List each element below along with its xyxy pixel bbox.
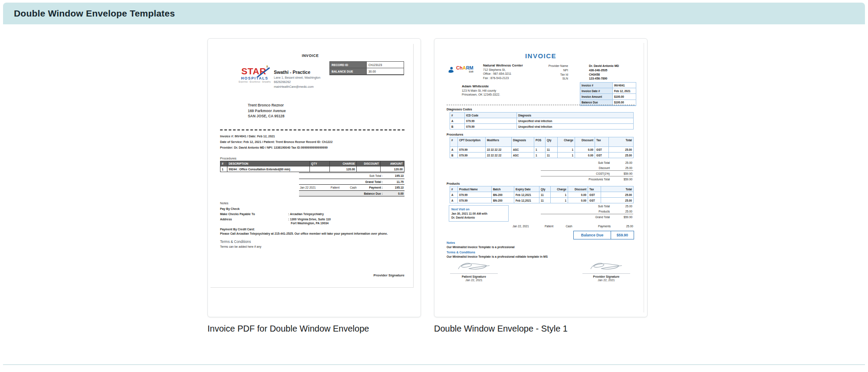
col-header: CPT Description bbox=[458, 137, 486, 147]
invoice-title: INVOICE bbox=[434, 52, 647, 60]
total-row: Discount25.00 bbox=[541, 165, 633, 170]
logo-tagline: Expertise - Excellence - Empathy bbox=[235, 81, 275, 83]
summary-label: Invoice Date # bbox=[580, 88, 612, 94]
provider-signature-block: Provider Signature Jan 22, 2021 bbox=[582, 261, 630, 282]
template-card-style1[interactable]: INVOICE ChARM EHR Natural Wellness Cente… bbox=[434, 38, 648, 317]
table-row: 1 99244 : Office Consultation Extended(6… bbox=[220, 166, 404, 172]
provider-info-row: Provider Name Dr. David Antonio MD bbox=[533, 64, 635, 68]
panel-bottom-border bbox=[3, 364, 865, 365]
info-label: NPI bbox=[533, 68, 568, 73]
col-header: Diagnosis bbox=[517, 113, 634, 118]
total-label: CGST(1%) bbox=[542, 172, 610, 175]
balance-due-label: BALANCE DUE bbox=[330, 68, 366, 75]
practice-name: Swathi - Practice bbox=[274, 70, 320, 75]
signature-scribble-icon bbox=[456, 261, 492, 272]
cell: B bbox=[450, 153, 458, 158]
address-row: Address : 1300 Virginia Drive, Suite 110… bbox=[220, 217, 404, 226]
table-header-row: # DESCRIPTION QTY CHARGE DISCOUNT AMOUNT bbox=[220, 161, 404, 166]
cell: B bbox=[450, 124, 465, 130]
cell: 079.99 bbox=[458, 192, 492, 198]
products-totals: Sub Total25.00 Products25.00 Grand Total… bbox=[541, 203, 633, 219]
cell: GST bbox=[588, 192, 601, 198]
total-row: Sub Total25.00 bbox=[541, 203, 633, 209]
cell: GST bbox=[588, 198, 601, 203]
summary-value: INV4041 bbox=[612, 83, 636, 88]
total-value: 25.00 bbox=[610, 205, 632, 208]
table-row: B 079.99 22 22 22 22 ASC 1 11 1 0.00 GST… bbox=[450, 153, 634, 158]
notes-heading: Notes bbox=[220, 201, 404, 206]
template-caption-left: Invoice PDF for Double Window Envelope bbox=[207, 324, 369, 334]
col-header: # bbox=[450, 137, 458, 147]
cell: 1 bbox=[558, 153, 575, 158]
total-value: $59.90 bbox=[610, 172, 632, 175]
balance-due-value: $59.90 bbox=[611, 231, 634, 239]
products-label: Products bbox=[447, 182, 460, 185]
signature-date: Jan 22, 2021 bbox=[582, 279, 630, 282]
terms-heading: Terms & Conditions bbox=[220, 240, 404, 244]
totals-block: Sub Total : 195.13 Grand Total : 11.75 J… bbox=[299, 173, 404, 196]
invoice-summary-table: Invoice # INV4041 Invoice Date # Feb 12,… bbox=[580, 82, 636, 106]
notes-block: Notes Pay By Check Make Checks Payable T… bbox=[220, 201, 404, 249]
page-title: Double Window Envelope Templates bbox=[14, 3, 865, 24]
clinic-fax: Fax : 876-543-2123 bbox=[483, 76, 523, 80]
payment-value: 195.13 bbox=[383, 186, 404, 189]
invoice-meta: Invoice #: INV4041 / Date: Feb 12, 2021 … bbox=[220, 134, 332, 150]
col-header: # bbox=[450, 113, 465, 118]
next-visit-heading: Next Visit on bbox=[451, 207, 506, 211]
table-row: B 079.99 Unspecified viral infection bbox=[450, 124, 634, 130]
cell: ASC bbox=[512, 147, 534, 153]
col-header: ICD Code bbox=[465, 113, 517, 118]
diagnoses-label: Diagnoses Codes bbox=[447, 108, 472, 111]
meta-line: Provider: Dr. David Antonio MD / NPI: 13… bbox=[220, 145, 332, 151]
total-value: 25.00 bbox=[610, 161, 632, 164]
provider-info-row: SLN 123-456-7890 bbox=[533, 76, 635, 81]
cell bbox=[310, 166, 330, 172]
payment-date: Jan 22, 2021 bbox=[513, 225, 538, 228]
col-header: Total bbox=[601, 186, 634, 192]
payment-by: Patient bbox=[325, 186, 345, 189]
cell: 11 bbox=[546, 153, 558, 158]
charm-person-icon bbox=[447, 66, 455, 74]
table-row: A 079.99 BN-200 Feb 12,2021 11 1 0.00 GS… bbox=[450, 192, 634, 198]
cell: 079.99 bbox=[458, 198, 492, 203]
cell: GST bbox=[595, 153, 609, 158]
procedures-table: # CPT Description Modifiers Diagnosis PO… bbox=[450, 137, 634, 158]
total-value: $59.90 bbox=[610, 178, 632, 181]
payable-label: Make Checks Payable To bbox=[220, 212, 288, 216]
grandtotal-row: Grand Total : 11.75 bbox=[299, 179, 404, 185]
payment-row: Jan 22 2021 Patient Cash Payment : 195.1… bbox=[299, 184, 404, 190]
cell: 0.00 bbox=[568, 198, 588, 203]
info-label: Provider Name bbox=[533, 64, 568, 68]
practice-address: Lane 1, Besant street, Washington bbox=[274, 76, 320, 80]
dashed-divider bbox=[220, 130, 404, 130]
info-label: SLN bbox=[533, 76, 568, 81]
total-row: Grand Total$59.90 bbox=[541, 214, 633, 219]
cell: A bbox=[450, 192, 458, 198]
total-value: 25.00 bbox=[610, 210, 632, 213]
clinic-block: Natural Wellness Center 712 Stephens St,… bbox=[483, 63, 523, 80]
col-header: Charge bbox=[551, 186, 568, 192]
summary-label: Invoice Amount bbox=[580, 94, 612, 100]
cell: 11 bbox=[539, 192, 551, 198]
cell: 079.99 bbox=[465, 118, 517, 124]
address-label: Address bbox=[220, 217, 288, 226]
patient-address2: Princetown, OK 12345-3322. bbox=[462, 93, 500, 97]
signature-line bbox=[450, 273, 498, 274]
cell: Unspecified viral infection bbox=[517, 124, 634, 130]
cell: 99244 : Office Consultation Extended(60 … bbox=[227, 166, 310, 172]
template-card-invoice-pdf[interactable]: INVOICE RECORD ID Ch123123 BALANCE DUE 3… bbox=[207, 38, 421, 317]
provider-info-block: Provider Name Dr. David Antonio MD NPI 4… bbox=[533, 64, 635, 81]
cell: 0.00 bbox=[575, 153, 595, 158]
cell: 25.00 bbox=[609, 147, 634, 153]
notes-heading: Notes bbox=[447, 241, 515, 244]
next-visit-line2: Dr. David Antonio bbox=[451, 216, 506, 219]
col-header: Product Name bbox=[458, 186, 492, 192]
subtotal-row: Sub Total : 195.13 bbox=[299, 173, 404, 179]
col-header: AMOUNT bbox=[381, 161, 404, 166]
patient-signature-block: Patient Signature Jan 22, 2021 bbox=[450, 261, 498, 282]
col-header: Expiry Date bbox=[514, 186, 539, 192]
practice-phone: 6626266262 bbox=[274, 80, 320, 85]
info-value: Dr. David Antonio MD bbox=[589, 64, 619, 68]
cell: A bbox=[450, 198, 458, 203]
col-header: # bbox=[450, 186, 458, 192]
